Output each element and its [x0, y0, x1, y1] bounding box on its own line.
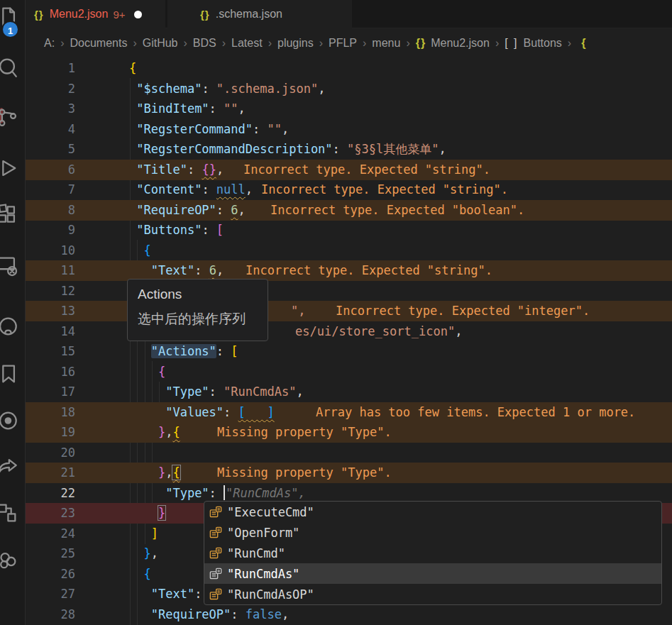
remote-explorer-icon[interactable] — [0, 254, 19, 278]
code-line-17[interactable]: 17 "Type": "RunCmdAs", — [26, 382, 672, 402]
code-text: "Content": null, — [129, 179, 253, 200]
suggest-item-runcmd[interactable]: "RunCmd" — [204, 543, 661, 563]
code-line-19[interactable]: 19 },{Missing property "Type". — [26, 422, 672, 443]
code-token: , — [282, 607, 289, 621]
code-line-6[interactable]: 6 "Title": {},Incorrect type. Expected "… — [26, 160, 672, 180]
code-line-28[interactable]: 28 "RequireOP": false, — [26, 604, 672, 625]
components-icon[interactable] — [0, 501, 19, 525]
code-token: "RegsterCommandDescription" — [136, 142, 332, 156]
code-text: ] — [129, 524, 158, 544]
code-line-16[interactable]: 16 { — [26, 362, 672, 382]
code-line-12[interactable]: 12 — [26, 281, 672, 302]
code-token: : — [216, 203, 231, 217]
code-line-9[interactable]: 9 "Buttons": [ — [26, 220, 672, 240]
code-line-2[interactable]: 2 "$schema": ".schema.json", — [26, 79, 672, 99]
breadcrumb-item-documents[interactable]: Documents — [70, 37, 127, 50]
suggest-label: "RunCmdAsOP" — [227, 587, 314, 602]
source-control-icon[interactable] — [0, 105, 19, 129]
code-line-1[interactable]: 1{ — [26, 58, 672, 79]
code-line-14[interactable]: 14es/ui/store_sort_icon", — [26, 321, 672, 342]
todo-tree-icon[interactable] — [0, 548, 19, 573]
share-export-icon[interactable] — [0, 455, 19, 479]
live-share-icon[interactable] — [0, 409, 19, 433]
search-icon[interactable] — [0, 55, 19, 79]
code-text: "BindItem": "", — [129, 99, 246, 119]
breadcrumb-item-plugins[interactable]: plugins — [277, 37, 314, 50]
code-line-13[interactable]: 13",Incorrect type. Expected "integer". — [26, 301, 672, 321]
code-token: { — [172, 465, 180, 480]
code-token: 6 — [209, 263, 216, 277]
breadcrumb-item-github[interactable]: GitHub — [143, 37, 178, 50]
code-text: "Type": "RunCmdAs", — [129, 382, 304, 402]
breadcrumb-label: menu — [372, 37, 400, 49]
extensions-icon[interactable] — [0, 202, 19, 226]
code-token: } — [158, 506, 165, 520]
array-icon: [ ] — [505, 37, 518, 49]
code-text: { — [129, 362, 165, 382]
code-text: "RegsterCommand": "", — [129, 119, 289, 140]
line-number: 14 — [26, 321, 75, 342]
code-token: es/ui/store_sort_icon" — [295, 324, 455, 338]
tab-menu2-json[interactable]: {} Menu2.json 9+ — [26, 0, 165, 28]
code-line-8[interactable]: 8 "RequireOP": 6,Incorrect type. Expecte… — [26, 200, 672, 221]
line-number: 16 — [26, 362, 75, 382]
code-token: , — [165, 465, 172, 480]
line-number: 9 — [26, 220, 75, 240]
code-token: : — [209, 385, 224, 399]
code-line-4[interactable]: 4 "RegsterCommand": "", — [26, 119, 672, 140]
code-line-18[interactable]: 18 "Values": [ ]Array has too few items.… — [26, 402, 672, 423]
code-token: false — [246, 607, 282, 621]
breadcrumb-label: PFLP — [329, 37, 357, 49]
code-line-10[interactable]: 10 { — [26, 240, 672, 261]
breadcrumb-item-a[interactable]: A: — [44, 37, 55, 50]
code-token: "RequireOP" — [136, 203, 216, 217]
line-number: 3 — [26, 99, 75, 119]
suggest-item-openform[interactable]: "OpenForm" — [204, 522, 661, 543]
breadcrumb-label: Menu2.json — [431, 37, 490, 49]
breadcrumb-item-buttons[interactable]: [ ]Buttons — [505, 37, 562, 50]
breadcrumb-item-menu[interactable]: menu — [372, 37, 400, 50]
code-token: } — [158, 465, 165, 480]
breadcrumb-item-bds[interactable]: BDS — [193, 37, 216, 50]
breadcrumb-item-menu2json[interactable]: {}Menu2.json — [416, 37, 490, 50]
code-token: ", — [291, 304, 305, 318]
code-line-15[interactable]: 15 "Actions": [ — [26, 341, 672, 362]
suggest-item-runcmdas[interactable]: "RunCmdAs" — [204, 563, 661, 584]
tab-schema-json[interactable]: {} .schema.json — [167, 0, 352, 28]
line-number: 4 — [26, 119, 75, 140]
code-token: : — [202, 223, 216, 237]
code-token: "Type" — [165, 486, 209, 500]
suggest-item-runcmdasop[interactable]: "RunCmdAsOP" — [204, 584, 661, 604]
code-token: "RunCmdAs" — [224, 385, 296, 399]
line-number: 5 — [26, 139, 75, 160]
code-token: : — [224, 405, 238, 419]
code-token: } — [158, 425, 165, 439]
suggest-widget: "ExecuteCmd""OpenForm""RunCmd""RunCmdAs"… — [204, 501, 662, 605]
suggest-item-executecmd[interactable]: "ExecuteCmd" — [204, 502, 661, 522]
code-line-7[interactable]: 7 "Content": null,Incorrect type. Expect… — [26, 179, 672, 200]
code-token: : — [194, 263, 209, 277]
breadcrumb-item-pflp[interactable]: PFLP — [329, 37, 357, 50]
run-debug-icon[interactable] — [0, 156, 19, 180]
json-file-icon: {} — [200, 9, 210, 21]
code-line-20[interactable]: 20 — [26, 443, 672, 463]
code-line-5[interactable]: 5 "RegsterCommandDescription": "§3§l其他菜单… — [26, 139, 672, 160]
code-text: },{ — [129, 422, 180, 443]
code-token: "Buttons" — [136, 223, 202, 237]
code-token: : — [202, 82, 216, 96]
hover-description: 选中后的操作序列 — [138, 310, 258, 328]
breadcrumb-label: Buttons — [524, 37, 562, 49]
line-number: 17 — [26, 382, 75, 402]
line-number: 2 — [26, 79, 75, 99]
code-token: : — [187, 162, 202, 177]
breadcrumb-separator-icon: › — [406, 37, 409, 50]
unsaved-dot-icon[interactable] — [134, 11, 142, 18]
github-icon[interactable] — [0, 314, 19, 338]
breadcrumb-item-latest[interactable]: Latest — [231, 37, 263, 50]
bookmarks-icon[interactable] — [0, 362, 19, 386]
inline-diagnostic: Missing property "Type". — [217, 463, 392, 483]
code-line-3[interactable]: 3 "BindItem": "", — [26, 99, 672, 119]
code-line-11[interactable]: 11 "Text": 6,Incorrect type. Expected "s… — [26, 260, 672, 281]
code-line-21[interactable]: 21 },{Missing property "Type". — [26, 463, 672, 483]
tab-problems-badge: 9+ — [113, 9, 125, 21]
